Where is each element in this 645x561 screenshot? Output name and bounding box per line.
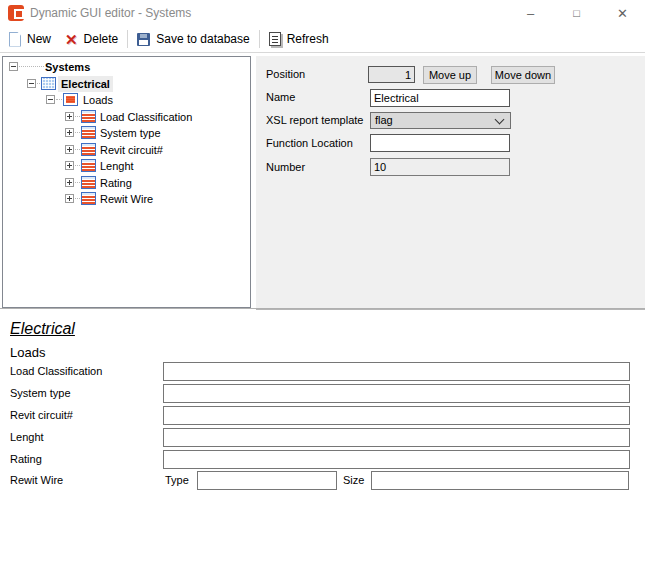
- tree-connector: [75, 132, 80, 134]
- close-button[interactable]: ✕: [600, 0, 645, 26]
- tree-item-label[interactable]: Systems: [42, 59, 93, 75]
- number-input[interactable]: [370, 158, 510, 176]
- function-location-label: Function Location: [266, 137, 353, 149]
- tree-connector: [75, 149, 80, 151]
- table-icon: [81, 192, 96, 205]
- tree-item-label[interactable]: Revit circuit#: [97, 142, 166, 158]
- panel-bottom-divider: [0, 308, 645, 309]
- position-label: Position: [266, 68, 305, 80]
- position-input[interactable]: [368, 66, 415, 83]
- field-label: Lenght: [10, 431, 44, 443]
- move-up-label: Move up: [429, 69, 471, 81]
- move-down-button[interactable]: Move down: [491, 66, 555, 84]
- collapse-minus-icon[interactable]: [46, 95, 55, 104]
- tree-connector: [56, 99, 62, 101]
- loads-icon: [63, 93, 78, 106]
- collapse-minus-icon[interactable]: [9, 62, 18, 71]
- tree-connector: [75, 165, 80, 167]
- refresh-list-icon: [269, 32, 281, 46]
- field-input[interactable]: [163, 362, 630, 381]
- expand-plus-icon[interactable]: [65, 145, 74, 154]
- field-label: Rating: [10, 453, 42, 465]
- save-button-label: Save to database: [156, 32, 249, 46]
- move-down-label: Move down: [495, 69, 551, 81]
- field-input[interactable]: [163, 428, 630, 447]
- minimize-button[interactable]: –: [508, 0, 553, 26]
- form-panel: Position Move up Move down Name XSL repo…: [256, 56, 645, 310]
- save-to-database-button[interactable]: Save to database: [130, 27, 256, 51]
- tree-row: System type: [3, 125, 250, 141]
- tree-connector: [75, 116, 80, 118]
- new-document-icon: [9, 32, 21, 47]
- delete-x-icon: ✕: [65, 32, 78, 47]
- table-icon: [81, 159, 96, 172]
- tree-row: Electrical: [3, 76, 250, 92]
- detail-subheading: Loads: [10, 345, 45, 360]
- window-title: Dynamic GUI editor - Systems: [30, 0, 191, 26]
- table-icon: [81, 143, 96, 156]
- tree-item-label[interactable]: Rating: [97, 175, 135, 191]
- table-icon: [81, 126, 96, 139]
- delete-button[interactable]: ✕ Delete: [58, 27, 125, 51]
- xsl-report-template-dropdown[interactable]: flag: [370, 112, 511, 129]
- tree-row: Systems: [3, 59, 250, 75]
- xsl-report-template-label: XSL report template: [266, 114, 363, 126]
- field-input[interactable]: [163, 406, 630, 425]
- field-input[interactable]: [163, 384, 630, 403]
- expand-plus-icon[interactable]: [65, 194, 74, 203]
- tree-connector: [37, 83, 40, 85]
- tree-row: Rating: [3, 175, 250, 191]
- xsl-selected-value: flag: [375, 114, 393, 126]
- tree-item-label[interactable]: Load Classification: [97, 109, 195, 125]
- new-button[interactable]: New: [2, 27, 58, 51]
- tree-connector: [75, 182, 80, 184]
- expand-plus-icon[interactable]: [65, 161, 74, 170]
- grid-icon: [41, 77, 56, 90]
- maximize-button[interactable]: □: [554, 0, 599, 26]
- name-label: Name: [266, 91, 295, 103]
- field-label: Load Classification: [10, 365, 102, 377]
- toolbar: New ✕ Delete Save to database Refresh: [0, 26, 645, 53]
- minimize-icon: –: [527, 6, 534, 21]
- tree-connector: [19, 66, 44, 68]
- chevron-down-icon: [495, 115, 505, 125]
- number-label: Number: [266, 161, 305, 173]
- tree-item-label[interactable]: System type: [97, 125, 164, 141]
- toolbar-separator: [127, 30, 128, 48]
- tree-item-label[interactable]: Lenght: [97, 158, 137, 174]
- titlebar: Dynamic GUI editor - Systems – □ ✕: [0, 0, 645, 26]
- collapse-minus-icon[interactable]: [27, 79, 36, 88]
- app-icon: [8, 5, 24, 21]
- detail-heading: Electrical: [10, 320, 75, 338]
- field-label: Revit circuit#: [10, 409, 73, 421]
- rewit-wire-label: Rewit Wire: [10, 474, 63, 486]
- expand-plus-icon[interactable]: [65, 128, 74, 137]
- rewit-wire-size-input[interactable]: [371, 471, 629, 490]
- delete-button-label: Delete: [84, 32, 119, 46]
- table-icon: [81, 176, 96, 189]
- expand-plus-icon[interactable]: [65, 112, 74, 121]
- move-up-button[interactable]: Move up: [423, 66, 477, 84]
- tree-row: Revit circuit#: [3, 142, 250, 158]
- tree-row: Loads: [3, 92, 250, 108]
- field-label: System type: [10, 387, 71, 399]
- tree-panel: SystemsElectricalLoadsLoad Classificatio…: [2, 56, 251, 308]
- new-button-label: New: [27, 32, 51, 46]
- tree-item-label[interactable]: Electrical: [58, 76, 113, 92]
- tree-row: Lenght: [3, 158, 250, 174]
- tree-item-label[interactable]: Loads: [80, 92, 116, 108]
- tree-connector: [75, 198, 80, 200]
- tree-row: Rewit Wire: [3, 191, 250, 207]
- tree-item-label[interactable]: Rewit Wire: [97, 191, 156, 207]
- function-location-input[interactable]: [370, 134, 510, 152]
- name-input[interactable]: [370, 89, 510, 107]
- rewit-wire-type-input[interactable]: [197, 471, 337, 490]
- toolbar-separator: [259, 30, 260, 48]
- tree-row: Load Classification: [3, 109, 250, 125]
- expand-plus-icon[interactable]: [65, 178, 74, 187]
- close-icon: ✕: [617, 6, 628, 21]
- refresh-button[interactable]: Refresh: [262, 27, 336, 51]
- field-input[interactable]: [163, 450, 630, 469]
- save-disk-icon: [137, 33, 150, 46]
- maximize-icon: □: [573, 7, 580, 19]
